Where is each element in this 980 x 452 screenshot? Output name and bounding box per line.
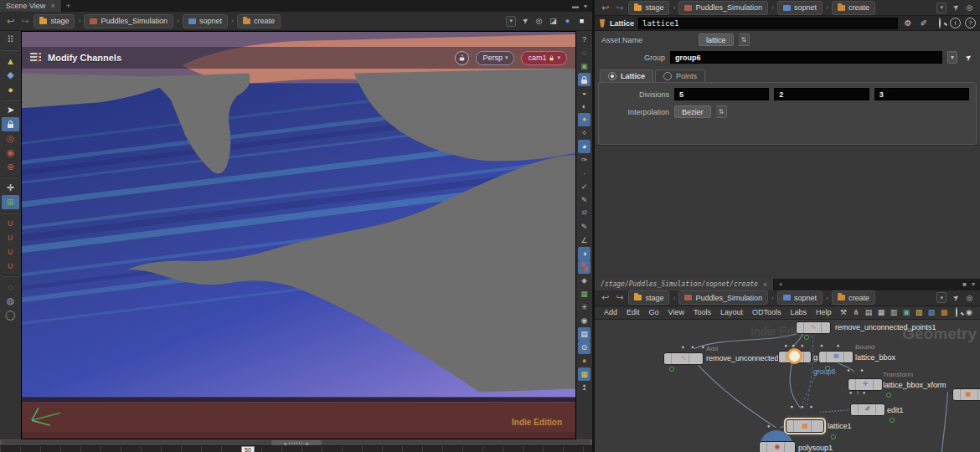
breadcrumb-stage[interactable]: stage	[628, 290, 669, 305]
pin-icon[interactable]: ✧	[578, 126, 591, 140]
menu-edit[interactable]: Edit	[622, 308, 644, 316]
grid-display-icon[interactable]: ▦	[578, 367, 591, 381]
pin-active-icon[interactable]: ✦	[578, 113, 591, 126]
breadcrumb-sopnet[interactable]: sopnet	[777, 1, 823, 15]
stop-icon[interactable]: ◉	[578, 314, 591, 327]
select-contained-icon[interactable]: ◍	[2, 294, 19, 308]
tab-points[interactable]: Points	[655, 69, 705, 82]
snapshot-view-icon[interactable]: ▣	[900, 308, 912, 316]
asset-name-stepper[interactable]: ⇅	[739, 33, 750, 46]
link-pane-icon[interactable]: ◎	[964, 294, 975, 302]
breadcrumb-stage[interactable]: stage	[628, 1, 669, 15]
move-tool-icon[interactable]: ✛	[2, 181, 19, 195]
node-lattice-bbox-xform[interactable]: ✛	[848, 378, 883, 391]
lock-selection-icon[interactable]	[2, 117, 19, 131]
select-tool-icon[interactable]: ➤	[2, 103, 19, 117]
wire-sphere-icon[interactable]: ●	[562, 17, 573, 25]
breadcrumb-sopnet[interactable]: sopnet	[183, 14, 228, 28]
tab-scene-view[interactable]: Scene View ×	[0, 0, 62, 12]
timeline-scrollbar[interactable]: ◂ ▸	[0, 439, 592, 445]
snap-multi-icon[interactable]: ∪	[2, 259, 19, 273]
render-flag[interactable]	[831, 434, 836, 439]
export-view-icon[interactable]: ↥	[578, 381, 591, 394]
default-material-icon[interactable]: ◐	[578, 100, 591, 113]
scene-3d-render[interactable]	[22, 32, 575, 439]
render-flag[interactable]	[890, 418, 895, 423]
pin-pane-icon[interactable]: ➤	[519, 17, 530, 25]
render-flag[interactable]	[886, 393, 891, 398]
grid-view-icon[interactable]: ▦	[875, 308, 887, 316]
brush-icon[interactable]: ✐	[918, 18, 930, 28]
timeline-scrub-handle[interactable]: ◂ ▸	[271, 440, 322, 445]
pane-square-icon[interactable]: ■	[962, 280, 967, 288]
tools-icon[interactable]: ⚒	[838, 308, 849, 316]
nav-forward-icon[interactable]: ↪	[614, 3, 625, 13]
find-node-icon[interactable]	[951, 308, 962, 316]
pin-pane-icon[interactable]: ➤	[950, 294, 961, 302]
asset-name-value[interactable]: lattice	[699, 33, 734, 46]
menu-go[interactable]: Go	[645, 308, 663, 316]
point-marker-icon[interactable]: ·	[578, 167, 591, 180]
nav-forward-icon[interactable]: ↪	[614, 292, 625, 303]
hide-other-objects-icon[interactable]: ◌	[578, 46, 591, 59]
network-canvas[interactable]: Indie Edition Geometry	[595, 320, 980, 452]
breadcrumb-puddles-simulation[interactable]: Puddles_Simulation	[678, 290, 768, 305]
menu-add[interactable]: Add	[600, 308, 622, 316]
breadcrumb-stage[interactable]: stage	[34, 14, 75, 28]
columns-view-icon[interactable]: ▥	[888, 308, 900, 316]
snap-point-icon[interactable]: ∪	[2, 244, 19, 259]
node-polysoup1[interactable]: ◉	[759, 441, 796, 452]
node-edit1[interactable]: ✐	[850, 403, 885, 416]
new-tab-button[interactable]: +	[62, 0, 75, 12]
nav-back-icon[interactable]: ↩	[600, 3, 611, 13]
asset-box-icon[interactable]: ▩	[938, 308, 950, 316]
gear-icon[interactable]: ⚙	[902, 18, 914, 28]
pane-menu-icon[interactable]: ▾	[972, 280, 975, 288]
persp-view-button[interactable]: Persp ▾	[476, 51, 514, 65]
layout-grid-icon[interactable]: ⠿	[2, 33, 19, 47]
pose-tool-icon[interactable]: ◉	[2, 146, 19, 160]
validate-icon[interactable]: ✓	[578, 180, 591, 193]
handles-tool-icon[interactable]: ◎	[2, 131, 19, 146]
tab-network-path[interactable]: /stage/Puddles_Simulation/sopnet/create …	[595, 279, 774, 290]
menu-layout[interactable]: Layout	[716, 308, 747, 316]
divisions-y-input[interactable]: 2	[774, 88, 869, 100]
material-sphere-icon[interactable]: ◕	[578, 140, 591, 153]
rig-tool-icon[interactable]: ⊕	[2, 160, 19, 174]
point-numbers-icon[interactable]: ¹²	[578, 207, 591, 220]
node-name-field[interactable]: lattice1	[638, 18, 898, 29]
draw-icon[interactable]: ✎	[578, 220, 591, 234]
divisions-z-input[interactable]: 3	[874, 88, 969, 100]
node-lattice-bbox[interactable]: ⊠	[818, 351, 854, 363]
pane-maximize-icon[interactable]: ▬	[572, 3, 579, 10]
link-pane-icon[interactable]: ◎	[964, 3, 975, 12]
camera-cam1-button[interactable]: cam1 ▾	[521, 51, 567, 65]
current-frame-indicator[interactable]: 50	[241, 446, 255, 452]
path-dropdown-icon[interactable]: ▾	[506, 16, 516, 27]
brush-icon[interactable]: ✑	[578, 153, 591, 167]
info-icon[interactable]: i	[950, 18, 961, 28]
nav-back-icon[interactable]: ↩	[600, 292, 611, 303]
checker-uv-icon[interactable]: ▚	[578, 260, 591, 274]
viewport-lock-button[interactable]	[455, 51, 469, 65]
render-flag[interactable]	[669, 367, 674, 372]
shaded-mode-icon[interactable]: ◑	[578, 247, 591, 260]
menu-help[interactable]: Help	[812, 308, 836, 316]
node-remove-unconnected-points1[interactable]: ∿	[796, 321, 831, 334]
path-dropdown-icon[interactable]: ▾	[936, 3, 946, 13]
breadcrumb-puddles-simulation[interactable]: Puddles_Simulation	[84, 14, 173, 28]
group-select-arrow-icon[interactable]: ➤	[962, 54, 973, 62]
pencil-icon[interactable]: ✎	[578, 193, 591, 207]
view-lock-icon[interactable]	[578, 73, 591, 86]
help-icon[interactable]: ?	[965, 18, 976, 28]
breadcrumb-create[interactable]: create	[237, 14, 281, 28]
wind-icon[interactable]: ✳	[578, 300, 591, 314]
menu-odtools[interactable]: ODTools	[748, 308, 786, 316]
interpolation-stepper[interactable]: ⇅	[716, 105, 728, 118]
breadcrumb-sopnet[interactable]: sopnet	[777, 290, 823, 305]
align-nodes-icon[interactable]: ⋔	[850, 308, 862, 316]
normals-icon[interactable]: ◈	[578, 274, 591, 287]
close-tab-icon[interactable]: ×	[763, 280, 767, 289]
node-file[interactable]: ▣	[952, 388, 980, 401]
group-input[interactable]: group6	[670, 51, 942, 64]
